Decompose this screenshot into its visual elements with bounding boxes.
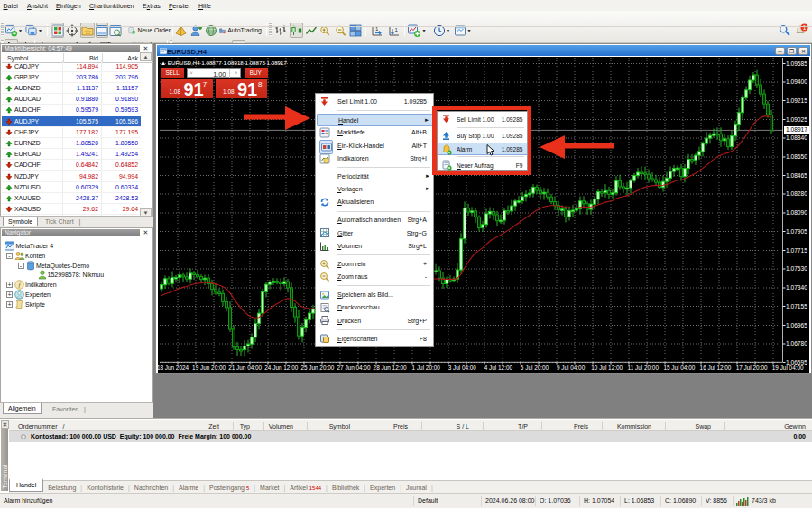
svg-text:4 Jul 12:00: 4 Jul 12:00 xyxy=(484,365,513,371)
svg-text:5 Jul 20:00: 5 Jul 20:00 xyxy=(521,365,549,371)
svg-text:17 Jul 20:00: 17 Jul 20:00 xyxy=(736,365,768,371)
svg-text:21 Jun 04:00: 21 Jun 04:00 xyxy=(228,365,262,371)
svg-text:27 Jun 04:00: 27 Jun 04:00 xyxy=(337,365,371,371)
svg-text:1 Jul 20:00: 1 Jul 20:00 xyxy=(412,365,441,371)
svg-text:19 Jul 04:00: 19 Jul 04:00 xyxy=(772,365,804,371)
svg-text:1: 1 xyxy=(394,26,398,32)
svg-text:10 Jul 12:00: 10 Jul 12:00 xyxy=(591,365,623,371)
svg-text:1: 1 xyxy=(375,25,379,31)
svg-text:9 Jul 04:00: 9 Jul 04:00 xyxy=(557,365,586,371)
svg-text:24 Jun 12:00: 24 Jun 12:00 xyxy=(264,365,298,371)
svg-text:16 Jul 12:00: 16 Jul 12:00 xyxy=(700,365,732,371)
svg-text:25 Jun 20:00: 25 Jun 20:00 xyxy=(300,365,334,371)
svg-text:18 Jun 2024: 18 Jun 2024 xyxy=(158,365,189,371)
svg-text:1: 1 xyxy=(802,24,806,31)
svg-text:15 Jul 04:00: 15 Jul 04:00 xyxy=(663,365,695,371)
svg-text:3 Jul 04:00: 3 Jul 04:00 xyxy=(448,365,477,371)
svg-text:19 Jun 20:00: 19 Jun 20:00 xyxy=(192,365,226,371)
svg-text:11 Jul 20:00: 11 Jul 20:00 xyxy=(628,365,660,371)
svg-text:28 Jun 12:00: 28 Jun 12:00 xyxy=(374,365,407,371)
